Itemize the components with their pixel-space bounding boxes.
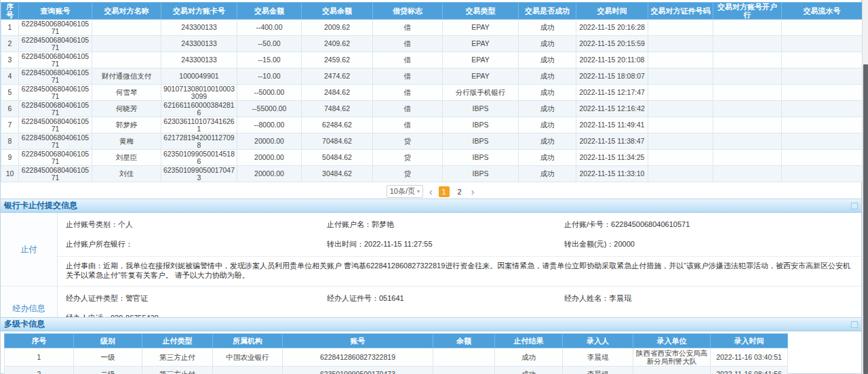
prev-page-button[interactable]: ‹ [428,186,434,197]
transaction-table-cell [713,85,782,101]
transaction-table-cell: 2474.62 [302,68,373,85]
multi-card-table-cell: 二级 [74,367,142,374]
transaction-table-row: 46228450068040610571财付通微信支付1000049901--1… [1,68,863,85]
transaction-table-cell: 成功 [519,101,576,117]
transaction-table-cell: 成功 [519,117,576,133]
transaction-table-cell: 借 [373,85,443,101]
transaction-table-cell [782,85,863,101]
multi-card-table-cell [433,348,495,367]
transaction-table-cell: IBPS [443,101,519,117]
transaction-table-header-cell: 交易对方账号开户行 [713,3,782,20]
page-number-list: 12 [439,186,465,197]
transaction-table-cell [648,20,713,36]
field-经办人证件号: 经办人证件号：051641 [327,289,564,308]
multi-card-table-header-cell: 录入人 [563,334,633,348]
scrollbar-thumb[interactable] [863,64,868,374]
stop-payment-panel: 银行卡止付提交信息 止付止付账号类别：个人止付账户名：郭梦艳止付账/卡号：622… [0,199,862,331]
transaction-table-cell: 借 [373,117,443,133]
transaction-table-row: 56228450068040610571何雪琴90107130801001000… [1,85,863,101]
transaction-table-cell: IBPS [443,166,519,182]
transaction-table-cell: 贷 [373,150,443,166]
transaction-table-cell: 黄梅 [92,133,161,150]
multi-card-table-cell: 6228412860827322819 [283,348,433,367]
transaction-table-cell: 70484.62 [302,133,373,150]
transaction-table-cell: 成功 [519,68,576,85]
multi-card-table-cell: 中国农业银行 [213,348,283,367]
transaction-table-cell: 6235010990500145186 [161,150,237,166]
next-page-button[interactable]: › [470,186,476,197]
transaction-table-cell: 2022-11-15 20:11:08 [576,52,648,68]
transaction-table-cell: 何雪琴 [92,85,161,101]
transaction-table-header-cell: 交易余额 [302,3,373,20]
field-经办人证件类型: 经办人证件类型：警官证 [66,289,327,308]
multi-card-table-cell: 6235010990500170473 [283,367,433,374]
multi-card-table-row: 2二级第三方止付6235010990500170473成功李晨琨2022-11-… [5,367,788,374]
multi-card-table-cell: 成功 [495,367,563,374]
transaction-table-cell: 借 [373,52,443,68]
transaction-table-cell [713,133,782,150]
transaction-table-panel: 序号查询账号交易对方名称交易对方账卡号交易金额交易余额借贷标志交易类型交易是否成… [0,0,862,201]
transaction-table-cell: 62484.62 [302,117,373,133]
transaction-table-cell [782,101,863,117]
transaction-table-cell [92,20,161,36]
transaction-table-cell: 成功 [519,85,576,101]
transaction-table-cell [648,133,713,150]
multi-card-table-row: 1一级第三方止付中国农业银行6228412860827322819成功李晨琨陕西… [5,348,788,367]
multi-card-table-cell: 陕西省西安市公安局高新分局刑警大队 [633,348,711,367]
multi-card-table-header-cell: 账号 [283,334,433,348]
transaction-table-cell: 6228450068040610571 [19,150,92,166]
transaction-table-cell: 8 [1,133,19,150]
panel-collapse-icon[interactable] [851,203,858,209]
transaction-table-header-row: 序号查询账号交易对方名称交易对方账卡号交易金额交易余额借贷标志交易类型交易是否成… [1,3,863,20]
transaction-table-cell: IBPS [443,133,519,150]
stop-payment-title-text: 银行卡止付提交信息 [4,201,77,210]
transaction-table-cell: 20000.00 [237,133,302,150]
transaction-table-header-cell: 查询账号 [19,3,92,20]
stop-payment-body: 止付止付账号类别：个人止付账户名：郭梦艳止付账/卡号：6228450068040… [1,213,861,330]
multi-card-table-cell: 李晨琨 [563,367,633,374]
transaction-table-cell: 借 [373,68,443,85]
transaction-table-cell: 10 [1,166,19,182]
transaction-table-cell: 7484.62 [302,101,373,117]
transaction-table-cell [782,36,863,52]
transaction-table-cell [648,166,713,182]
transaction-table-cell: EPAY [443,68,519,85]
transaction-table-cell: 2022-11-15 11:49:41 [576,117,648,133]
transaction-table-cell: 243300133 [161,52,237,68]
transaction-table-cell: 成功 [519,150,576,166]
transaction-table-cell: 6217281942001127098 [161,133,237,150]
multi-card-table-cell: 1 [5,348,74,367]
page-size-select[interactable]: 10条/页 ▾ [387,185,423,198]
transaction-table-cell: 6216611600003842816 [161,101,237,117]
pagination: 10条/页 ▾ ‹ 12 › [1,182,861,201]
transaction-table-cell: 7 [1,117,19,133]
transaction-table-cell: 财付通微信支付 [92,68,161,85]
transaction-table-cell: 2484.62 [302,85,373,101]
transaction-table-cell [713,166,782,182]
transaction-table-cell: 6228450068040610571 [19,85,92,101]
transaction-table-cell [713,117,782,133]
transaction-table-row: 66228450068040610571何晓芳62166116000038428… [1,101,863,117]
transaction-table-cell: 6228450068040610571 [19,20,92,36]
page-button-1[interactable]: 1 [439,186,450,197]
transaction-table-cell [648,36,713,52]
field-止付账户名: 止付账户名：郭梦艳 [327,215,564,234]
transaction-table-cell: 2459.62 [302,52,373,68]
transaction-table-cell: 50484.62 [302,150,373,166]
transaction-table-cell: --400.00 [237,20,302,36]
transaction-table-cell: 1000049901 [161,68,237,85]
page-button-2[interactable]: 2 [454,186,465,197]
transaction-table-cell [648,52,713,68]
transaction-table-header-cell: 序号 [1,3,19,20]
transaction-table-cell [713,150,782,166]
transaction-table-header-cell: 交易流水号 [782,3,863,20]
transaction-table-header-cell: 交易对方账卡号 [161,3,237,20]
field-转出金额(元): 转出金额(元)：20000 [564,234,861,254]
transaction-table-header-cell: 借贷标志 [373,3,443,20]
transaction-table-cell: IBPS [443,150,519,166]
vertical-scrollbar[interactable] [862,0,868,374]
transaction-table-cell: 9 [1,150,19,166]
panel-collapse-icon[interactable] [851,321,858,328]
transaction-table-row: 106228450068040610571刘佳62350109905001704… [1,166,863,182]
transaction-table-cell [648,117,713,133]
